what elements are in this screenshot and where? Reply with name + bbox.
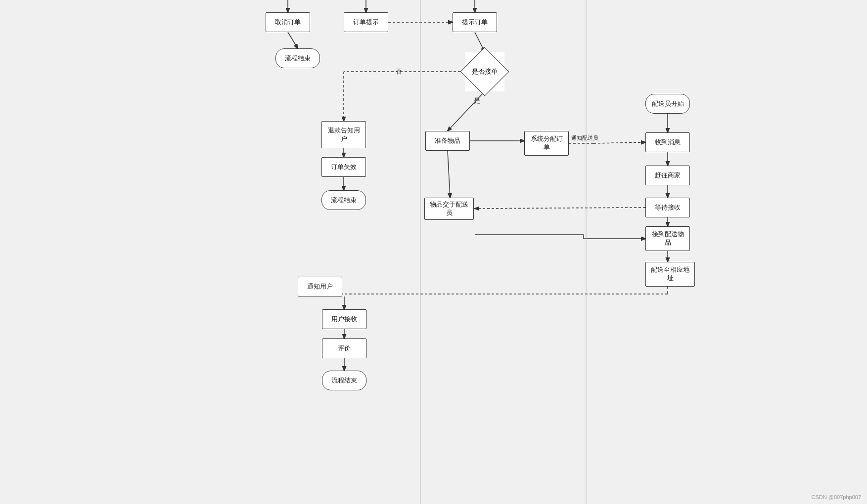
cancel-order-node: 取消订单 [266,12,310,32]
order-invalid-node: 订单失效 [321,157,366,177]
user-receive-node: 用户接收 [322,309,366,329]
notify-user-node: 通知用户 [298,277,342,296]
go-to-shop-node: 赶往商家 [645,166,690,185]
watermark: CSDN @007php007 [812,494,861,500]
yes-label: 是 [474,96,480,105]
receive-msg-node: 收到消息 [645,132,690,152]
deliver-addr-node: 配送至相应地址 [645,262,695,287]
order-hint-node: 订单提示 [344,12,388,32]
is-accept-node: 是否接单 [465,52,504,91]
hand-to-rider-node: 物品交于配送员 [424,198,474,220]
svg-line-3 [288,32,298,48]
svg-line-13 [593,142,645,143]
svg-line-11 [448,151,450,198]
rider-start-node: 配送员开始 [645,94,690,114]
flow-end-3-node: 流程结束 [322,371,366,390]
evaluate-node: 评价 [322,338,366,358]
prepare-goods-node: 准备物品 [425,131,470,151]
flowchart-canvas: 否 是 通知配送员 取消订单 订单提示 提示订单 流程结束 是否接单 退款告知用… [0,0,867,504]
no-label: 否 [396,67,402,76]
flow-end-2-node: 流程结束 [321,190,366,210]
receive-goods-node: 接到配送物品 [645,226,690,251]
wait-receive-node: 等待接收 [645,198,690,217]
svg-line-15 [475,208,645,209]
flow-end-1-node: 流程结束 [275,48,320,68]
arrows-svg [0,0,867,504]
notify-user-no-node: 退款告知用户 [321,121,366,148]
submit-order-node: 提示订单 [453,12,497,32]
system-assign-node: 系统分配订单 [524,131,569,156]
notify-rider-label: 通知配送员 [571,134,598,142]
